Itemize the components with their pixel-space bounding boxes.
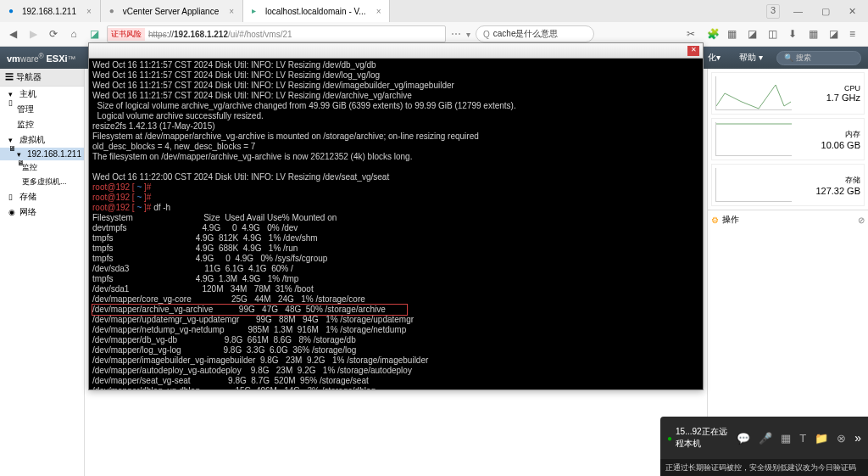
vm-icon: ▾ 🖥 [17, 150, 25, 159]
close-icon[interactable]: × [376, 7, 381, 16]
tab-icon: ● [109, 6, 120, 16]
action-bar[interactable]: ⚙ 操作 ⊘ [708, 210, 868, 229]
close-icon[interactable]: ✕ [687, 46, 699, 56]
disconnect-icon[interactable]: ⊗ [837, 432, 846, 445]
back-icon[interactable]: ◀ [5, 26, 20, 42]
stats-panel: CPU1.7 GHz 内存10.06 GB 存储127.32 GB ⚙ 操作 ⊘ [707, 69, 868, 476]
console-window: ✕ Wed Oct 16 11:21:57 CST 2024 Disk Util… [88, 42, 704, 390]
home-icon[interactable]: ⌂ [66, 26, 81, 42]
host-icon: ▾ ▯ [8, 90, 17, 98]
mic-icon[interactable]: 🎤 [759, 432, 772, 445]
extension-icon[interactable]: ▦ [809, 27, 822, 41]
cpu-sparkline: CPU1.7 GHz [711, 72, 865, 115]
shield-icon[interactable]: ◪ [86, 26, 102, 42]
menu-icon[interactable]: ≡ [849, 27, 863, 41]
tree-host[interactable]: ▾ ▯主机 [0, 87, 84, 102]
refresh-icon[interactable]: ⟳ [46, 26, 61, 42]
chevron-down-icon[interactable]: ▾ [466, 30, 470, 39]
tab-title: vCenter Server Appliance [123, 7, 219, 16]
screen-icon[interactable]: ▦ [781, 432, 791, 445]
minimize-icon[interactable]: — [788, 4, 808, 19]
chat-icon[interactable]: 💬 [737, 432, 750, 445]
forward-icon[interactable]: ▶ [25, 26, 41, 42]
tab-title: 192.168.1.211 [22, 7, 76, 16]
close-icon[interactable]: × [86, 7, 92, 16]
puzzle-icon[interactable]: 🧩 [707, 27, 721, 41]
browser-tab[interactable]: ● 192.168.1.211 × [0, 0, 101, 22]
help-button[interactable]: 帮助 ▾ [734, 50, 768, 65]
extension-icon[interactable]: ◪ [829, 27, 843, 41]
console-titlebar[interactable]: ✕ [89, 43, 703, 59]
folder-icon[interactable]: 📁 [815, 432, 828, 445]
tree-vms[interactable]: ▾ 🖥虚拟机 [0, 132, 84, 148]
text-icon[interactable]: T [799, 432, 806, 445]
vm-icon: ▾ 🖥 [8, 136, 17, 144]
vmware-logo: vmware® ESXi™ [7, 52, 76, 64]
storage-icon: ▯ [8, 193, 17, 201]
esxi-menu-item[interactable]: 化▾ [703, 50, 726, 65]
search-input[interactable]: Q cache是什么意思 [476, 25, 594, 42]
remote-status-label: ● 15...92正在远程本机 [667, 426, 728, 450]
highlighted-row: /dev/mapper/archive_vg-archive 99G 47G 4… [92, 304, 408, 316]
network-icon: ◉ [8, 208, 17, 216]
extension-icon[interactable]: ◫ [768, 27, 782, 41]
extension-icon[interactable]: ▦ [727, 27, 741, 41]
tree-monitor[interactable]: 监控 [0, 117, 84, 132]
disk-sparkline: 存储127.32 GB [711, 164, 865, 206]
url-text: https://192.168.1.212/ui/#/host/vms/21 [145, 30, 296, 39]
scissors-icon[interactable]: ✂ [687, 27, 700, 41]
navigator-panel: ☰ 导航器 ▾ ▯主机 管理 监控 ▾ 🖥虚拟机 ▾ 🖥192.168.1.21… [0, 69, 85, 476]
close-icon[interactable]: ✕ [843, 4, 861, 19]
cert-warning-badge[interactable]: 证书风险 [108, 28, 145, 41]
browser-tab[interactable]: ▸ localhost.localdomain - V... × [243, 0, 390, 22]
browser-tab-bar: ● 192.168.1.211 × ● vCenter Server Appli… [0, 0, 868, 22]
expand-icon[interactable]: » [854, 431, 861, 445]
tab-icon: ▸ [252, 6, 262, 16]
search-icon: Q [483, 30, 490, 39]
mem-sparkline: 内存10.06 GB [711, 118, 865, 160]
esxi-search-input[interactable]: 🔍 搜索 [776, 51, 861, 65]
collapse-icon[interactable]: ⊘ [858, 216, 865, 225]
tree-storage[interactable]: ▯存储 [0, 189, 84, 204]
navigator-header: ☰ 导航器 [0, 69, 84, 87]
tree-more-vms[interactable]: 更多虚拟机... [0, 175, 84, 189]
extension-icon[interactable]: ◪ [748, 27, 761, 41]
window-count-badge[interactable]: 3 [766, 4, 780, 19]
close-icon[interactable]: × [229, 7, 234, 16]
browser-tab[interactable]: ● vCenter Server Appliance × [101, 0, 243, 22]
more-icon[interactable]: ⋯ [451, 28, 461, 40]
download-icon[interactable]: ⬇ [788, 27, 802, 41]
connected-icon: ● [667, 434, 672, 443]
gear-icon: ⚙ [711, 216, 719, 225]
remote-status-bar: 正通过长期验证码被控，安全级别低建议改为今日验证码 [660, 459, 868, 476]
remote-control-toolbar: ● 15...92正在远程本机 💬 🎤 ▦ T 📁 ⊗ » [660, 417, 868, 459]
tree-vm-monitor[interactable]: 监控 [0, 160, 84, 175]
maximize-icon[interactable]: ▢ [816, 4, 835, 19]
url-bar[interactable]: 证书风险 https://192.168.1.212/ui/#/host/vms… [107, 25, 446, 42]
tab-title: localhost.localdomain - V... [265, 7, 366, 16]
tree-network[interactable]: ◉网络 [0, 204, 84, 220]
tab-icon: ● [8, 6, 19, 16]
terminal-output[interactable]: Wed Oct 16 11:21:57 CST 2024 Disk Util: … [89, 59, 703, 389]
